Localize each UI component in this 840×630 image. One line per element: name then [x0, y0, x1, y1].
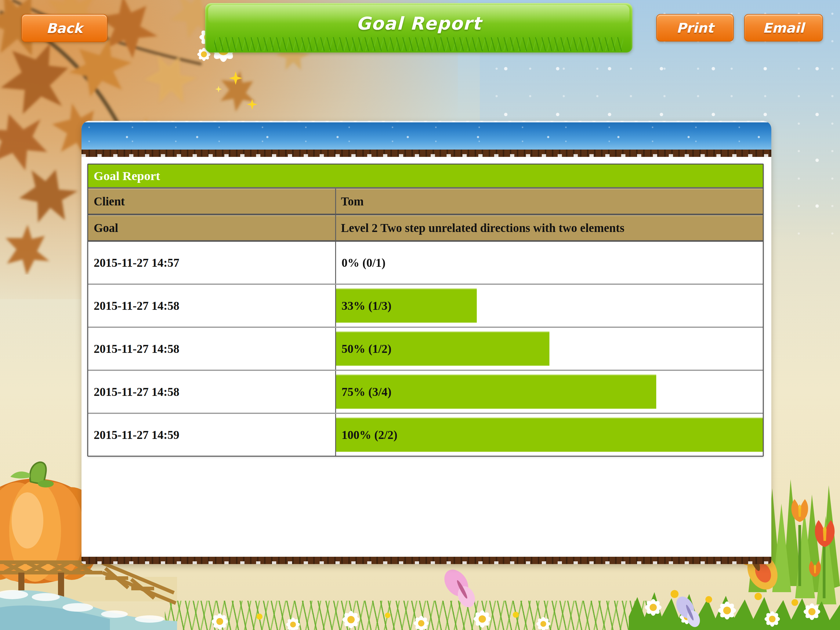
session-result-cell: 100% (2/2)	[336, 414, 763, 456]
session-timestamp: 2015-11-27 14:57	[88, 242, 336, 284]
trestle-bridge	[0, 562, 176, 603]
daisy-row-illustration	[165, 595, 641, 630]
goal-value: Level 2 Two step unrelated directions wi…	[336, 221, 625, 235]
session-timestamp: 2015-11-27 14:58	[88, 371, 336, 413]
session-result: 75% (3/4)	[336, 385, 392, 399]
session-result: 33% (1/3)	[336, 299, 392, 313]
panel-body: Goal Report Client Tom Goal Level 2 Two …	[82, 157, 771, 557]
session-result: 100% (2/2)	[336, 428, 398, 442]
session-timestamp: 2015-11-27 14:59	[88, 414, 336, 456]
session-timestamp: 2015-11-27 14:58	[88, 328, 336, 369]
client-value-cell: Tom	[336, 189, 763, 214]
panel-sky-header	[82, 121, 771, 150]
client-label: Client	[88, 189, 336, 214]
report-panel: Goal Report Client Tom Goal Level 2 Two …	[82, 121, 771, 564]
session-result-cell: 33% (1/3)	[336, 285, 763, 327]
goal-value-cell: Level 2 Two step unrelated directions wi…	[336, 215, 763, 240]
session-row: 2015-11-27 14:58 75% (3/4)	[88, 371, 763, 414]
email-button[interactable]: Email	[744, 14, 823, 41]
print-button[interactable]: Print	[656, 14, 734, 41]
session-row: 2015-11-27 14:58 50% (1/2)	[88, 328, 763, 371]
progress-bar	[336, 418, 763, 452]
bottom-grass-strip	[165, 601, 659, 630]
session-row: 2015-11-27 14:57 0% (0/1)	[88, 242, 763, 285]
back-button-label: Back	[46, 21, 83, 36]
session-result-cell: 75% (3/4)	[336, 371, 763, 413]
goal-report-table: Goal Report Client Tom Goal Level 2 Two …	[87, 164, 764, 456]
goal-report-screen: { "header": { "back": "Back", "title": "…	[0, 0, 840, 630]
print-button-label: Print	[676, 20, 713, 36]
page-title-banner: Goal Report	[205, 3, 632, 52]
lavender-butterfly	[671, 594, 708, 630]
session-result-cell: 0% (0/1)	[336, 242, 763, 284]
session-row: 2015-11-27 14:59 100% (2/2)	[88, 414, 763, 456]
session-result: 0% (0/1)	[336, 256, 385, 270]
page-title: Goal Report	[356, 13, 482, 34]
pink-butterfly	[439, 566, 485, 612]
email-button-label: Email	[763, 20, 804, 36]
goal-label: Goal	[88, 215, 336, 240]
client-row: Client Tom	[88, 189, 763, 215]
goal-row: Goal Level 2 Two step unrelated directio…	[88, 215, 763, 242]
session-timestamp: 2015-11-27 14:58	[88, 285, 336, 327]
table-title: Goal Report	[88, 164, 763, 189]
client-value: Tom	[336, 194, 363, 208]
session-result: 50% (1/2)	[336, 342, 392, 355]
panel-wood-trim-bottom	[82, 557, 771, 564]
panel-wood-trim-top	[82, 150, 771, 157]
session-result-cell: 50% (1/2)	[336, 328, 763, 369]
session-row: 2015-11-27 14:58 33% (1/3)	[88, 285, 763, 328]
back-button[interactable]: Back	[21, 14, 107, 42]
